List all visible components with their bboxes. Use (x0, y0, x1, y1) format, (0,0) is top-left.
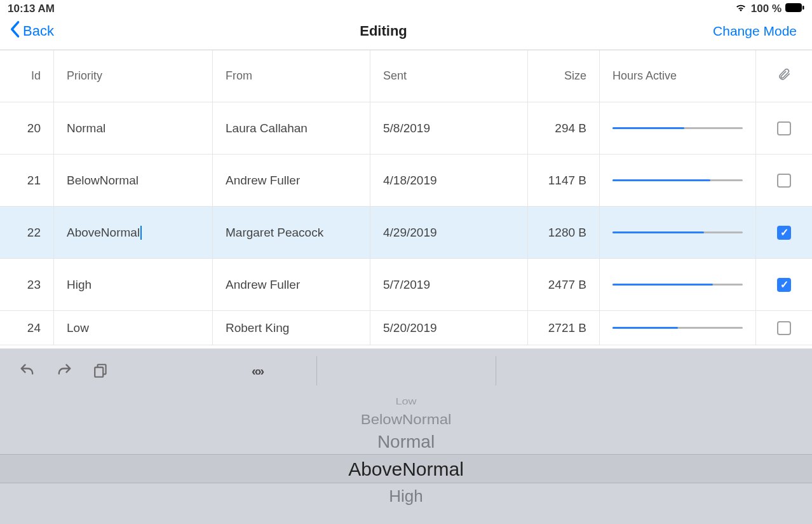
cell-from[interactable]: Robert King (213, 311, 370, 345)
cell-sent[interactable]: 5/7/2019 (370, 259, 528, 310)
cell-attachment[interactable] (756, 259, 812, 310)
text-caret (140, 226, 142, 240)
col-header-from[interactable]: From (213, 50, 370, 102)
checkbox[interactable] (777, 174, 791, 188)
cell-size[interactable]: 294 B (528, 102, 600, 154)
battery-percent: 100 % (751, 3, 782, 15)
table-row[interactable]: 22 AboveNormal Margaret Peacock 4/29/201… (0, 207, 812, 259)
checkbox[interactable] (777, 278, 791, 292)
progress-bar (612, 231, 704, 233)
svg-rect-0 (786, 4, 802, 12)
cell-from[interactable]: Margaret Peacock (213, 207, 370, 258)
cell-sent[interactable]: 4/29/2019 (370, 207, 528, 258)
svg-rect-1 (802, 6, 804, 10)
cell-attachment[interactable] (756, 102, 812, 154)
cell-attachment[interactable] (756, 155, 812, 206)
checkbox[interactable] (777, 226, 791, 240)
table-row[interactable]: 24 Low Robert King 5/20/2019 2721 B (0, 311, 812, 345)
progress-bar (612, 127, 684, 129)
svg-rect-3 (95, 368, 103, 377)
back-button[interactable]: Back (9, 20, 54, 42)
cell-id[interactable]: 23 (0, 259, 54, 310)
table-row[interactable]: 23 High Andrew Fuller 5/7/2019 2477 B (0, 259, 812, 311)
cell-id[interactable]: 20 (0, 102, 54, 154)
cell-sent[interactable]: 4/18/2019 (370, 155, 528, 206)
cell-from[interactable]: Andrew Fuller (213, 259, 370, 310)
picker-option-selected[interactable]: AboveNormal (0, 454, 812, 483)
col-header-size[interactable]: Size (528, 50, 600, 102)
keyboard-panel: «» Low BelowNormal Normal AboveNormal Hi… (0, 348, 812, 524)
redo-button[interactable] (55, 361, 74, 380)
chevron-left-icon (9, 20, 20, 42)
checkbox[interactable] (777, 121, 791, 135)
progress-bar (612, 179, 710, 181)
cell-from[interactable]: Laura Callahan (213, 102, 370, 154)
cell-id[interactable]: 22 (0, 207, 54, 258)
checkbox[interactable] (777, 321, 791, 335)
keyboard-toolbar: «» (0, 348, 812, 393)
picker-option[interactable]: Normal (0, 430, 812, 454)
cell-sent[interactable]: 5/8/2019 (370, 102, 528, 154)
cell-size[interactable]: 2477 B (528, 259, 600, 310)
clipboard-button[interactable] (91, 361, 111, 380)
undo-button[interactable] (18, 361, 37, 380)
cell-attachment[interactable] (756, 207, 812, 258)
change-mode-button[interactable]: Change Mode (713, 24, 797, 39)
page-title: Editing (360, 23, 407, 39)
progress-bar (612, 327, 678, 329)
back-label: Back (23, 23, 54, 39)
cell-priority[interactable]: High (54, 259, 213, 310)
col-header-id[interactable]: Id (0, 50, 54, 102)
data-grid: Id Priority From Sent Size Hours Active … (0, 50, 812, 345)
battery-icon (785, 3, 804, 15)
cell-size[interactable]: 2721 B (528, 311, 600, 345)
table-row[interactable]: 21 BelowNormal Andrew Fuller 4/18/2019 1… (0, 155, 812, 207)
cell-from[interactable]: Andrew Fuller (213, 155, 370, 206)
cell-hours[interactable] (600, 207, 756, 258)
prev-next-field-button[interactable]: «» (248, 361, 267, 380)
cell-hours[interactable] (600, 259, 756, 310)
cell-size[interactable]: 1147 B (528, 155, 600, 206)
picker-option[interactable]: Low (0, 395, 812, 408)
col-header-sent[interactable]: Sent (370, 50, 528, 102)
status-time: 10:13 AM (8, 3, 55, 15)
cell-id[interactable]: 21 (0, 155, 54, 206)
status-bar: 10:13 AM 100 % (0, 0, 812, 17)
progress-bar (612, 284, 713, 286)
cell-priority-editing[interactable]: AboveNormal (54, 207, 213, 258)
cell-priority[interactable]: Normal (54, 102, 213, 154)
cell-size[interactable]: 1280 B (528, 207, 600, 258)
picker-option[interactable]: BelowNormal (0, 411, 812, 429)
table-row[interactable]: 20 Normal Laura Callahan 5/8/2019 294 B (0, 102, 812, 155)
cell-hours[interactable] (600, 155, 756, 206)
cell-hours[interactable] (600, 311, 756, 345)
paperclip-icon (777, 67, 791, 85)
editing-value: AboveNormal (67, 226, 140, 240)
picker-option[interactable]: High (0, 483, 812, 509)
col-header-hours[interactable]: Hours Active (600, 50, 756, 102)
cell-id[interactable]: 24 (0, 311, 54, 345)
cell-attachment[interactable] (756, 311, 812, 345)
cell-hours[interactable] (600, 102, 756, 154)
status-right: 100 % (734, 3, 804, 15)
priority-picker[interactable]: Low BelowNormal Normal AboveNormal High (0, 393, 812, 524)
wifi-icon (734, 3, 747, 15)
col-header-attachment[interactable] (756, 50, 812, 102)
cell-sent[interactable]: 5/20/2019 (370, 311, 528, 345)
nav-bar: Back Editing Change Mode (0, 17, 812, 50)
cell-priority[interactable]: Low (54, 311, 213, 345)
col-header-priority[interactable]: Priority (54, 50, 213, 102)
cell-priority[interactable]: BelowNormal (54, 155, 213, 206)
header-row: Id Priority From Sent Size Hours Active (0, 50, 812, 102)
